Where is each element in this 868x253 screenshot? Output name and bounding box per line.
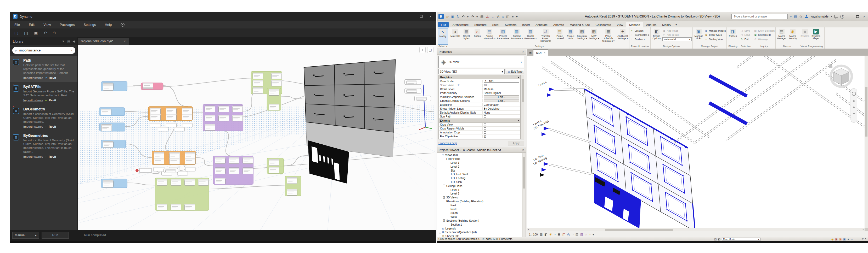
checkbox[interactable] <box>484 131 486 134</box>
node-group-input-group-1[interactable] <box>101 81 127 91</box>
redo-icon[interactable]: ↷ <box>471 15 474 18</box>
show-crop-icon[interactable]: ◫ <box>562 233 565 236</box>
layout-icon[interactable]: ▤ <box>67 40 70 43</box>
close-properties-icon[interactable]: × <box>522 50 524 53</box>
tree-item-level-1[interactable]: Level 1 <box>437 188 522 192</box>
property-value[interactable]: Edit... <box>483 99 520 102</box>
worksharing-display-icon[interactable]: ▤ <box>576 233 579 236</box>
tree-expander-icon[interactable]: − <box>443 200 445 202</box>
link-status-icon[interactable]: ▣ <box>835 238 837 241</box>
menu-help[interactable]: Help <box>105 23 112 27</box>
menu-settings[interactable]: Settings <box>84 23 96 27</box>
node-group-green-group-bottom[interactable] <box>155 178 209 211</box>
temporary-hide-icon[interactable]: ◎ <box>567 233 570 236</box>
checkbox[interactable] <box>484 115 486 118</box>
ribbon-button-warnings[interactable]: ⚠Warnings <box>754 37 775 41</box>
ribbon-button-project[interactable]: ▥Project Parameters <box>497 28 510 45</box>
menu-file[interactable]: File <box>14 23 20 27</box>
properties-help-link[interactable]: Properties help <box>438 142 457 145</box>
active-workset-select[interactable]: Main Model▾ <box>722 238 761 241</box>
default-3d-view-icon[interactable]: ⌂ <box>502 15 504 18</box>
tree-item-level-2[interactable]: Level 2 <box>437 165 522 169</box>
ribbon-button-shared[interactable]: ▥Shared Parameters <box>510 28 524 45</box>
tab-steel[interactable]: Steel <box>490 22 502 27</box>
infocenter-search[interactable] <box>732 14 788 19</box>
section-icon[interactable]: ◫ <box>506 15 509 18</box>
element-selector[interactable]: 3D View: {3D} ▾ <box>438 69 505 74</box>
undo-dropdown-icon[interactable]: ▾ <box>467 15 469 18</box>
close-icon[interactable]: × <box>863 14 865 19</box>
ribbon-button-object[interactable]: ▦Object Styles <box>461 28 472 45</box>
ribbon-button-coordinates-[interactable]: +Coordinates ▾ <box>630 33 649 37</box>
tree-item-legends[interactable]: ▤Legends <box>437 226 522 230</box>
ribbon-button-structural[interactable]: ▦Structural Settings ▾ <box>576 28 588 45</box>
ribbon-button-pick-to-edit[interactable]: ▢Pick to Edit <box>662 33 692 37</box>
visual-style-icon[interactable]: ◧ <box>545 233 547 236</box>
node-group-white-node-r1[interactable] <box>405 79 421 84</box>
node-category-link[interactable]: ImportInstance <box>23 155 43 158</box>
search-go-icon[interactable]: ⌕ <box>790 14 792 19</box>
tab-massing-site[interactable]: Massing & Site <box>567 22 593 27</box>
node-category-link[interactable]: ImportInstance <box>23 125 43 128</box>
tree-item-sections-building-section-[interactable]: −Sections (Building Section) <box>437 219 522 223</box>
tree-item-site[interactable]: Site <box>437 169 522 172</box>
worksets-icon[interactable]: ▤ <box>714 238 716 241</box>
tab-annotate[interactable]: Annotate <box>533 22 550 27</box>
qat-customize-icon[interactable]: ▾ <box>516 15 518 18</box>
ribbon-button-starting-view[interactable]: ⌂Starting View <box>705 37 726 41</box>
undo-icon[interactable]: ↶ <box>462 15 465 18</box>
ribbon-button-dynamo[interactable]: ▶Dynamo Player <box>811 28 821 45</box>
ribbon-button-location[interactable]: ●Location <box>630 29 649 32</box>
communication-center-icon[interactable]: ▤ <box>794 14 797 19</box>
tree-item-east[interactable]: East <box>437 203 522 207</box>
pin-icon[interactable]: ✦ <box>847 238 849 241</box>
exclude-options-icon[interactable]: ▣ <box>839 238 842 241</box>
view-tab[interactable]: {3D} × <box>533 49 548 56</box>
property-value[interactable] <box>483 128 520 130</box>
ribbon-button-materials[interactable]: ●Materials <box>450 28 461 45</box>
crop-view-icon[interactable]: ▣ <box>557 233 560 236</box>
tab-insert[interactable]: Insert <box>519 22 533 27</box>
horizontal-scrollbar[interactable]: ◂▸ <box>527 228 865 231</box>
tree-item-ceiling-plans[interactable]: −Ceiling Plans <box>437 184 522 188</box>
print-icon[interactable]: ▤ <box>480 15 484 18</box>
ribbon-button-transfer[interactable]: ⇄Transfer Project Standards <box>537 28 554 45</box>
temporary-view-properties-icon[interactable]: ▥ <box>580 233 583 236</box>
ribbon-button-edit[interactable]: ✎Edit <box>740 37 750 41</box>
node-category-link[interactable]: ImportInstance <box>23 99 43 102</box>
tree-item-west[interactable]: West <box>437 215 522 219</box>
design-options-icon[interactable]: ◧ <box>718 238 720 241</box>
tree-item-t-o-footing[interactable]: T.O. Footing <box>437 176 522 180</box>
vertical-scrollbar[interactable] <box>865 56 868 228</box>
save-icon[interactable]: ▣ <box>34 31 38 36</box>
ribbon-button-save[interactable]: ▢Save <box>740 29 750 32</box>
new-file-icon[interactable]: ▢ <box>14 31 18 36</box>
collapse-panel-icon[interactable]: ◀ <box>73 40 75 43</box>
text-icon[interactable]: A <box>497 15 499 18</box>
ribbon-button-project[interactable]: ▤Project Information <box>483 28 496 45</box>
node-group-input-group-5[interactable] <box>101 179 127 188</box>
library-item-bysatfile[interactable]: ▪▦BySATFileImport Geometry From a SAT fi… <box>10 82 78 104</box>
properties-scrollbar[interactable] <box>521 75 524 139</box>
navigation-bar[interactable] <box>851 88 857 122</box>
reveal-constraints-icon[interactable]: ◔ <box>589 233 591 236</box>
node-group-input-group-2[interactable] <box>99 108 125 116</box>
property-value[interactable] <box>483 131 520 134</box>
menu-view[interactable]: View <box>43 23 51 27</box>
section-graphics[interactable]: Graphics▴ <box>439 75 520 79</box>
view-scale-label[interactable]: 1 : 100 <box>529 233 538 236</box>
tab-structure[interactable]: Structure <box>471 22 490 27</box>
node-group-green-group-left-3[interactable] <box>285 176 301 196</box>
tree-item-t-o-slab[interactable]: T.O. Slab <box>437 180 522 184</box>
ribbon-button-macro[interactable]: ◉Macro Security <box>787 28 798 45</box>
ribbon-button-macro[interactable]: ▤Macro Manager <box>776 28 787 45</box>
filter-icon[interactable]: ▼ <box>62 40 65 43</box>
redo-icon[interactable]: ↷ <box>53 31 56 36</box>
section-extents[interactable]: Extents▴ <box>439 118 520 123</box>
infocenter-search-input[interactable] <box>733 14 786 18</box>
library-search[interactable]: ⌕ × <box>12 47 75 54</box>
ribbon-button-manage-images[interactable]: ▣Manage Images <box>705 29 726 32</box>
editable-only-icon[interactable]: ◆ <box>832 238 834 241</box>
model-view-canvas[interactable]: Level 2Level 1T.O. Fnd. WallT.O. SlabT.O… <box>527 56 865 228</box>
background-preview-toggle-icon[interactable]: ▢ <box>427 47 433 53</box>
